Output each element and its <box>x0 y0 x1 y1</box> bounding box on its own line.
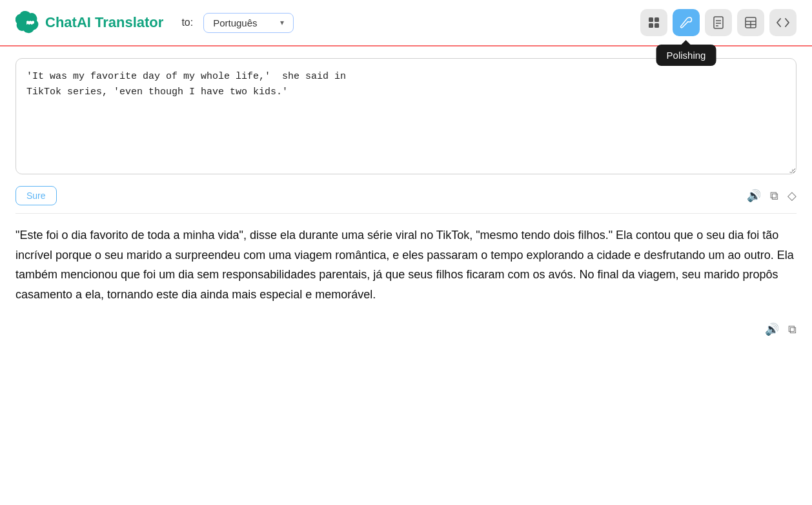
polish-button[interactable] <box>673 9 700 36</box>
input-action-icons: 🔊 ⧉ ◇ <box>747 189 797 203</box>
language-selector[interactable]: Português ▾ <box>203 13 294 33</box>
output-action-icons: 🔊 ⧉ <box>15 314 797 340</box>
sure-button[interactable]: Sure <box>15 186 57 205</box>
output-speaker-icon[interactable]: 🔊 <box>765 320 779 340</box>
to-label: to: <box>181 17 193 28</box>
input-wrapper: ⌟ <box>15 58 797 177</box>
svg-rect-2 <box>649 23 653 28</box>
code-icon <box>776 17 789 28</box>
table-button[interactable] <box>737 9 764 36</box>
grid-icon <box>647 16 660 29</box>
language-value: Português <box>213 17 275 28</box>
app-logo-icon <box>15 11 39 34</box>
speaker-icon[interactable]: 🔊 <box>747 189 761 203</box>
svg-rect-3 <box>655 23 659 28</box>
output-copy-icon[interactable]: ⧉ <box>788 320 797 340</box>
svg-rect-4 <box>714 17 723 28</box>
translation-output: "Este foi o dia favorito de toda a minha… <box>15 214 797 340</box>
suggestion-bar: Sure 🔊 ⧉ ◇ <box>15 180 797 214</box>
polish-tooltip: Polishing <box>656 45 716 66</box>
document-icon <box>713 16 724 29</box>
table-icon <box>744 16 757 29</box>
document-button[interactable] <box>705 9 732 36</box>
polish-btn-container: Polishing <box>673 9 700 36</box>
app-title: ChatAI Translator <box>45 14 163 31</box>
code-button[interactable] <box>769 9 797 36</box>
chevron-down-icon: ▾ <box>280 18 284 27</box>
main-content: ⌟ Sure 🔊 ⧉ ◇ "Este foi o dia favorito de… <box>0 46 812 351</box>
svg-rect-1 <box>655 17 659 22</box>
paint-icon <box>680 16 693 29</box>
logo-area: ChatAI Translator <box>15 11 163 34</box>
app-header: ChatAI Translator to: Português ▾ Polish… <box>0 0 812 46</box>
resize-handle-icon: ⌟ <box>789 162 794 174</box>
clear-icon[interactable]: ◇ <box>787 189 797 203</box>
toolbar-right: Polishing <box>640 9 797 36</box>
translated-text: "Este foi o dia favorito de toda a minha… <box>15 225 797 304</box>
grid-button[interactable] <box>640 9 667 36</box>
svg-rect-0 <box>649 17 653 22</box>
copy-icon[interactable]: ⧉ <box>770 189 778 203</box>
source-text-input[interactable] <box>15 58 797 174</box>
